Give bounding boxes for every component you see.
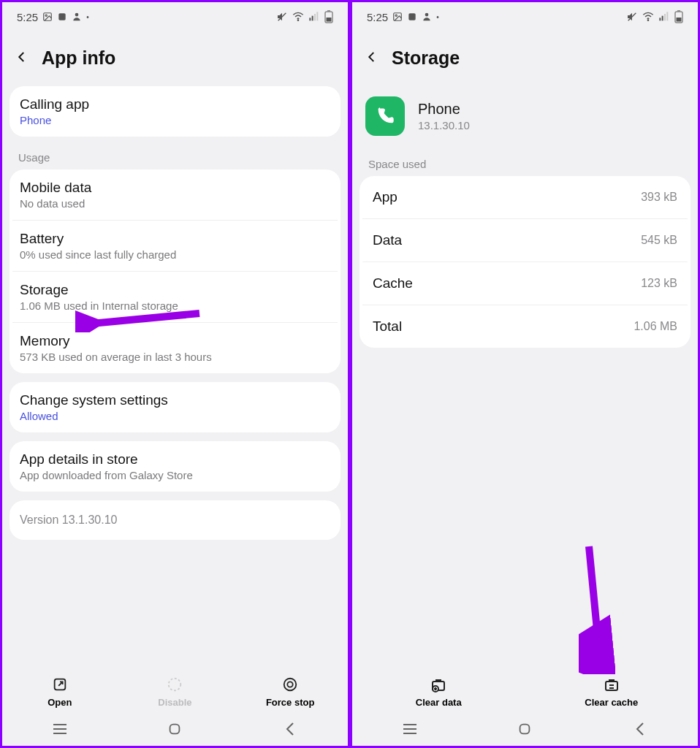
svg-rect-31: [666, 12, 668, 20]
image-icon: [392, 12, 403, 22]
clock-icon: [57, 12, 67, 22]
space-used-label: Space used: [352, 152, 698, 176]
calling-app-card[interactable]: Calling app Phone: [9, 86, 341, 137]
svg-point-16: [287, 682, 292, 687]
storage-row[interactable]: Storage 1.06 MB used in Internal storage: [12, 271, 338, 322]
svg-rect-20: [170, 725, 180, 734]
svg-rect-12: [327, 18, 332, 22]
nav-home[interactable]: [153, 721, 197, 737]
svg-point-5: [297, 20, 298, 20]
svg-rect-7: [312, 16, 313, 21]
person-icon: [72, 12, 82, 22]
header: App info: [2, 28, 348, 86]
data-size-row: Data 545 kB: [362, 218, 688, 262]
signal-icon: [308, 11, 320, 23]
svg-point-27: [647, 20, 648, 20]
svg-rect-9: [316, 12, 318, 20]
battery-icon: [674, 10, 683, 23]
phone-app-icon: [365, 96, 405, 136]
bottom-action-bar: Open Disable Force stop: [2, 669, 348, 711]
wifi-icon: [642, 11, 654, 23]
app-name: Phone: [418, 101, 470, 118]
mute-icon: [626, 11, 638, 23]
svg-rect-43: [520, 725, 530, 734]
bottom-action-bar: Clear data Clear cache: [352, 669, 698, 711]
force-stop-icon: [282, 675, 298, 694]
space-used-card: App 393 kB Data 545 kB Cache 123 kB Tota…: [359, 176, 691, 348]
svg-rect-6: [309, 18, 311, 20]
wifi-icon: [292, 11, 304, 23]
signal-icon: [658, 11, 670, 23]
svg-point-1: [45, 15, 47, 16]
svg-point-23: [395, 15, 397, 16]
status-bar: 5:25 •: [352, 2, 698, 28]
svg-rect-24: [409, 13, 416, 20]
usage-card: Mobile data No data used Battery 0% used…: [9, 169, 341, 373]
open-button[interactable]: Open: [5, 675, 115, 708]
svg-rect-34: [677, 18, 682, 22]
svg-rect-29: [662, 16, 663, 21]
svg-point-3: [75, 13, 79, 17]
person-icon: [422, 12, 432, 22]
nav-recents[interactable]: [388, 723, 432, 735]
nav-recents[interactable]: [38, 723, 82, 735]
svg-rect-30: [664, 14, 666, 20]
svg-point-15: [284, 679, 297, 691]
app-details-card[interactable]: App details in store App downloaded from…: [9, 441, 341, 492]
status-time: 5:25: [367, 11, 388, 23]
force-stop-button[interactable]: Force stop: [235, 675, 345, 708]
svg-rect-28: [659, 18, 661, 20]
disable-icon: [167, 675, 183, 694]
version-card: Version 13.1.30.10: [9, 500, 341, 540]
clear-data-icon: [430, 675, 447, 694]
page-title: App info: [42, 47, 115, 69]
open-icon: [52, 675, 68, 694]
usage-section-label: Usage: [2, 145, 348, 169]
dot-icon: •: [86, 13, 89, 21]
svg-point-14: [169, 679, 181, 691]
nav-bar: [2, 711, 348, 746]
image-icon: [42, 12, 53, 22]
nav-back[interactable]: [618, 722, 662, 736]
header: Storage: [352, 28, 698, 86]
system-settings-card[interactable]: Change system settings Allowed: [9, 382, 341, 432]
total-size-row: Total 1.06 MB: [362, 305, 688, 348]
nav-home[interactable]: [503, 721, 547, 737]
status-bar: 5:25 •: [2, 2, 348, 28]
clear-data-button[interactable]: Clear data: [358, 675, 519, 708]
calling-app-value: Phone: [20, 114, 330, 126]
screen-storage: 5:25 • Storage Phone 13.1.30.10: [350, 0, 700, 748]
app-header: Phone 13.1.30.10: [352, 86, 698, 152]
svg-rect-2: [59, 13, 66, 20]
app-version: 13.1.30.10: [418, 119, 470, 131]
svg-rect-8: [314, 14, 316, 20]
dot-icon: •: [436, 13, 439, 21]
clock-icon: [407, 12, 417, 22]
svg-point-25: [425, 13, 429, 17]
mute-icon: [276, 11, 288, 23]
app-size-row: App 393 kB: [359, 176, 691, 218]
memory-row[interactable]: Memory 573 KB used on average in last 3 …: [12, 322, 338, 373]
battery-row[interactable]: Battery 0% used since last fully charged: [12, 220, 338, 271]
mobile-data-row[interactable]: Mobile data No data used: [9, 169, 341, 220]
status-time: 5:25: [17, 11, 38, 23]
back-button[interactable]: [365, 49, 378, 68]
clear-cache-button[interactable]: Clear cache: [531, 675, 692, 708]
disable-button: Disable: [120, 675, 229, 708]
nav-bar: [352, 711, 698, 746]
nav-back[interactable]: [268, 722, 312, 736]
back-button[interactable]: [15, 49, 28, 68]
screen-app-info: 5:25 • App info Calling app Phone Usage: [0, 0, 350, 748]
battery-icon: [324, 10, 333, 23]
page-title: Storage: [392, 47, 460, 69]
calling-app-title: Calling app: [20, 96, 330, 112]
clear-cache-icon: [603, 675, 620, 694]
cache-size-row: Cache 123 kB: [362, 262, 688, 305]
